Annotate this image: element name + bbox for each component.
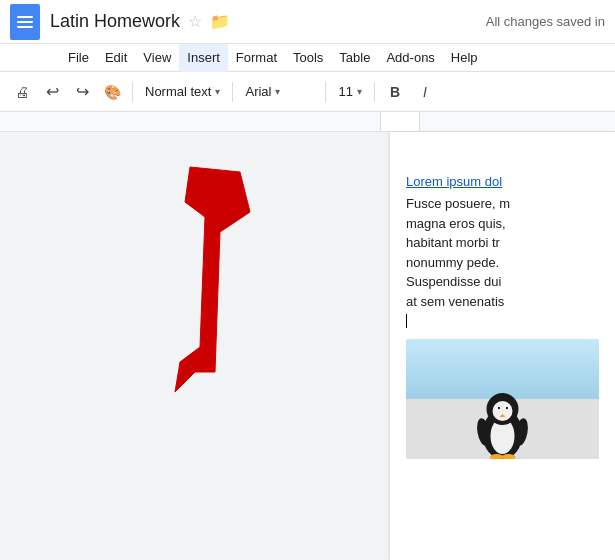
svg-point-3 [492, 401, 512, 421]
font-dropdown[interactable]: Arial ▾ [239, 78, 319, 106]
paint-icon: 🎨 [104, 84, 121, 100]
ruler-inner [380, 112, 420, 131]
divider-4 [374, 82, 375, 102]
menu-tools[interactable]: Tools [285, 44, 331, 72]
svg-point-7 [505, 407, 507, 409]
menu-insert[interactable]: Insert [179, 44, 228, 72]
font-label: Arial [245, 84, 271, 99]
menu-view[interactable]: View [135, 44, 179, 72]
doc-icon [10, 4, 40, 40]
left-margin [0, 112, 390, 560]
italic-button[interactable]: I [411, 78, 439, 106]
menu-format[interactable]: Format [228, 44, 285, 72]
divider-1 [132, 82, 133, 102]
menu-bar: File Edit View Insert Format Tools Table… [0, 44, 615, 72]
redo-button[interactable]: ↪ [68, 78, 96, 106]
divider-2 [232, 82, 233, 102]
folder-icon[interactable]: 📁 [210, 12, 230, 31]
italic-label: I [423, 84, 427, 100]
redo-icon: ↪ [76, 82, 89, 101]
doc-icon-lines [17, 16, 33, 28]
text-style-dropdown[interactable]: Normal text ▾ [139, 78, 226, 106]
doc-title[interactable]: Latin Homework [50, 11, 180, 32]
content-area: Lorem ipsum dol Fusce posuere, m magna e… [0, 112, 615, 560]
font-size-dropdown[interactable]: 11 ▾ [332, 78, 367, 106]
font-size-label: 11 [338, 84, 352, 99]
star-icon[interactable]: ☆ [188, 12, 202, 31]
chevron-down-icon-3: ▾ [357, 86, 362, 97]
ruler [0, 112, 615, 132]
divider-3 [325, 82, 326, 102]
svg-point-6 [497, 407, 499, 409]
toolbar: 🖨 ↩ ↪ 🎨 Normal text ▾ Arial ▾ 11 ▾ B I [0, 72, 615, 112]
penguin-svg [475, 384, 530, 459]
document-page[interactable]: Lorem ipsum dol Fusce posuere, m magna e… [390, 132, 615, 560]
undo-icon: ↩ [46, 82, 59, 101]
undo-button[interactable]: ↩ [38, 78, 66, 106]
menu-addons[interactable]: Add-ons [378, 44, 442, 72]
menu-table[interactable]: Table [331, 44, 378, 72]
text-style-label: Normal text [145, 84, 211, 99]
bold-button[interactable]: B [381, 78, 409, 106]
print-button[interactable]: 🖨 [8, 78, 36, 106]
doc-link-text[interactable]: Lorem ipsum dol [406, 174, 502, 189]
bold-label: B [390, 84, 400, 100]
chevron-down-icon: ▾ [215, 86, 220, 97]
paint-format-button[interactable]: 🎨 [98, 78, 126, 106]
menu-help[interactable]: Help [443, 44, 486, 72]
chevron-down-icon-2: ▾ [275, 86, 280, 97]
doc-body-text: Fusce posuere, m magna eros quis, habita… [406, 194, 599, 311]
title-bar: Latin Homework ☆ 📁 All changes saved in [0, 0, 615, 44]
save-status: All changes saved in [486, 14, 605, 29]
menu-edit[interactable]: Edit [97, 44, 135, 72]
penguin-image [406, 339, 599, 459]
menu-file[interactable]: File [60, 44, 97, 72]
text-cursor [406, 314, 407, 328]
print-icon: 🖨 [15, 84, 29, 100]
